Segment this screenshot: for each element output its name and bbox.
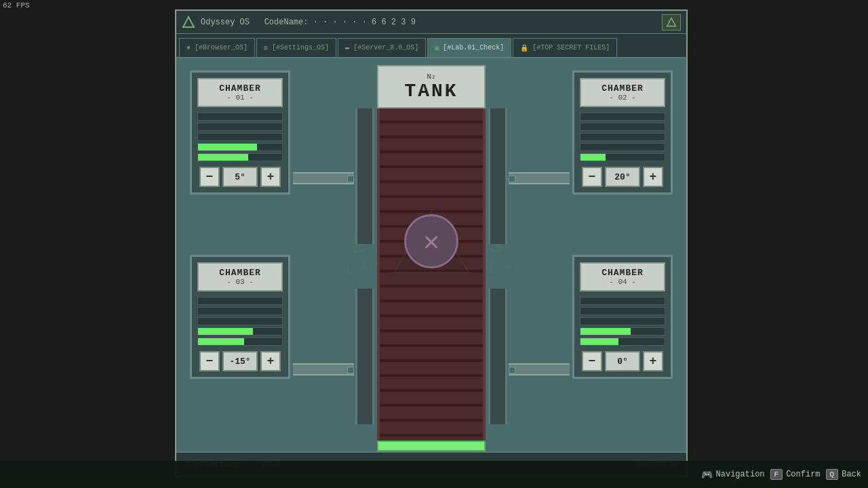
svg-marker-1 — [667, 18, 676, 26]
chamber-04-bar-3 — [580, 317, 665, 325]
chamber-01-title-box: CHAMBER - 01 - — [197, 78, 283, 107]
nav-confirm: F Confirm — [770, 469, 821, 480]
chamber-01-bar-3 — [197, 133, 283, 141]
pipe-v-right-top — [488, 108, 507, 244]
fps-counter: 62 FPS — [0, 0, 33, 11]
pipe-h-04 — [509, 363, 570, 375]
chamber-03-panel: CHAMBER - 03 - − -15° + — [190, 255, 290, 379]
title-bar-text: Odyssey OS CodeName: · · · · · · 6 6 2 3… — [201, 18, 662, 27]
chamber-03-bar-2 — [197, 307, 283, 315]
tank-label: N₂ TANK — [377, 65, 486, 108]
tank-title-text: TANK — [404, 81, 458, 102]
pipe-v-left-bottom — [355, 289, 374, 424]
tank-x-symbol: ✕ — [404, 214, 458, 268]
chamber-01-temp-value: 5° — [222, 167, 258, 187]
pipe-dot-03 — [347, 367, 354, 373]
chamber-04-plus-btn[interactable]: + — [643, 351, 663, 371]
chamber-03-title-box: CHAMBER - 03 - — [197, 262, 283, 291]
tab-secret-label: [#TOP SECRET FILES] — [532, 44, 610, 52]
chamber-01-bar-4 — [197, 143, 283, 151]
chamber-02-minus-btn[interactable]: − — [582, 167, 602, 187]
chamber-02-bar-3 — [580, 133, 665, 141]
tank-column: ✕ — [377, 108, 486, 441]
chamber-04-bar-4 — [580, 327, 665, 336]
chamber-01-bar-1 — [197, 113, 283, 121]
chamber-03-plus-btn[interactable]: + — [260, 351, 281, 371]
chamber-02-temp-value: 20° — [605, 167, 640, 187]
server-icon: ▬ — [345, 44, 349, 52]
tab-browser[interactable]: ● [#Browser_OS] — [179, 38, 255, 57]
pipe-dot-01 — [347, 176, 354, 182]
nav-back: Q Back — [826, 469, 861, 480]
chamber-01-title: CHAMBER — [201, 83, 279, 94]
chamber-01-subtitle: - 01 - — [201, 94, 279, 102]
chamber-02-plus-btn[interactable]: + — [643, 167, 663, 187]
right-decoration-panel — [693, 0, 868, 488]
chamber-03-bar-5 — [197, 338, 283, 346]
tank-bottom-bar — [377, 441, 486, 451]
tab-lab-label: [#Lab.01_Check] — [443, 44, 504, 52]
globe-icon: ● — [186, 44, 191, 52]
svg-marker-0 — [183, 17, 194, 27]
close-icon — [666, 17, 677, 28]
chamber-02-title-box: CHAMBER - 02 - — [580, 78, 665, 107]
tab-settings[interactable]: ⚙ [#Settings_OS] — [256, 38, 336, 57]
code-value: · · · · · · 6 6 2 3 9 — [313, 18, 416, 27]
chamber-02-temp-control: − 20° + — [580, 167, 665, 187]
tab-server[interactable]: ▬ [#Server_8.0_OS] — [338, 38, 426, 57]
title-bar: Odyssey OS CodeName: · · · · · · 6 6 2 3… — [176, 11, 686, 34]
central-tank: N₂ TANK ✕ — [377, 65, 486, 451]
tab-browser-label: [#Browser_OS] — [195, 44, 248, 52]
nav-navigation: 🎮 Navigation — [701, 469, 765, 481]
chamber-04-bar-5 — [580, 338, 665, 346]
chamber-02-bar-1 — [580, 113, 665, 121]
left-decoration-panel — [0, 0, 175, 488]
lock-icon: 🔒 — [520, 44, 528, 52]
chamber-03-bar-4 — [197, 327, 283, 336]
chamber-01-panel: CHAMBER - 01 - − 5° + — [190, 70, 290, 195]
chamber-04-bar-1 — [580, 297, 665, 305]
chamber-02-bar-5 — [580, 153, 665, 161]
tab-server-label: [#Server_8.0_OS] — [353, 44, 418, 52]
chamber-03-subtitle: - 03 - — [201, 278, 279, 286]
main-content: E G I S LABORATORIES N₂ TANK ✕ — [176, 58, 686, 451]
chamber-02-title: CHAMBER — [584, 83, 661, 94]
chamber-01-bar-5 — [197, 153, 283, 161]
confirm-key: F — [770, 469, 783, 480]
chamber-01-plus-btn[interactable]: + — [260, 167, 281, 187]
pipe-v-left-top — [355, 108, 374, 244]
nav-label: Navigation — [716, 470, 765, 479]
navigation-bar: 🎮 Navigation F Confirm Q Back — [0, 461, 868, 488]
chamber-04-title-box: CHAMBER - 04 - — [580, 262, 665, 291]
app-name: Odyssey OS — [201, 18, 250, 27]
tab-settings-label: [#Settings_OS] — [272, 44, 329, 52]
chamber-03-bar-1 — [197, 297, 283, 305]
chamber-04-title: CHAMBER — [584, 268, 661, 278]
pipe-dot-04 — [509, 367, 515, 373]
chamber-04-subtitle: - 04 - — [584, 278, 661, 286]
tank-n2-label: N₂ — [427, 72, 435, 81]
code-name: CodeName: — [264, 18, 309, 27]
gear-icon: ⚙ — [264, 44, 268, 52]
chamber-04-panel: CHAMBER - 04 - − 0° + — [572, 255, 673, 379]
chamber-04-temp-control: − 0° + — [580, 351, 665, 371]
tab-lab[interactable]: ▣ [#Lab.01_Check] — [427, 38, 511, 57]
pipe-h-02 — [509, 172, 570, 184]
confirm-label: Confirm — [786, 470, 820, 479]
chamber-03-temp-control: − -15° + — [197, 351, 283, 371]
monitor-icon: ▣ — [435, 44, 439, 52]
back-key: Q — [826, 469, 839, 480]
chamber-02-bar-4 — [580, 143, 665, 151]
chamber-01-minus-btn[interactable]: − — [199, 167, 220, 187]
back-label: Back — [842, 470, 861, 479]
tab-bar: ● [#Browser_OS] ⚙ [#Settings_OS] ▬ [#Ser… — [176, 34, 686, 58]
chamber-02-bar-2 — [580, 123, 665, 131]
close-button[interactable] — [662, 14, 681, 30]
chamber-02-subtitle: - 02 - — [584, 94, 661, 102]
tab-secret[interactable]: 🔒 [#TOP SECRET FILES] — [513, 38, 617, 57]
chamber-03-temp-value: -15° — [222, 351, 258, 371]
chamber-03-minus-btn[interactable]: − — [199, 351, 220, 371]
chamber-04-temp-value: 0° — [605, 351, 640, 371]
chamber-04-minus-btn[interactable]: − — [582, 351, 602, 371]
chamber-01-temp-control: − 5° + — [197, 167, 283, 187]
